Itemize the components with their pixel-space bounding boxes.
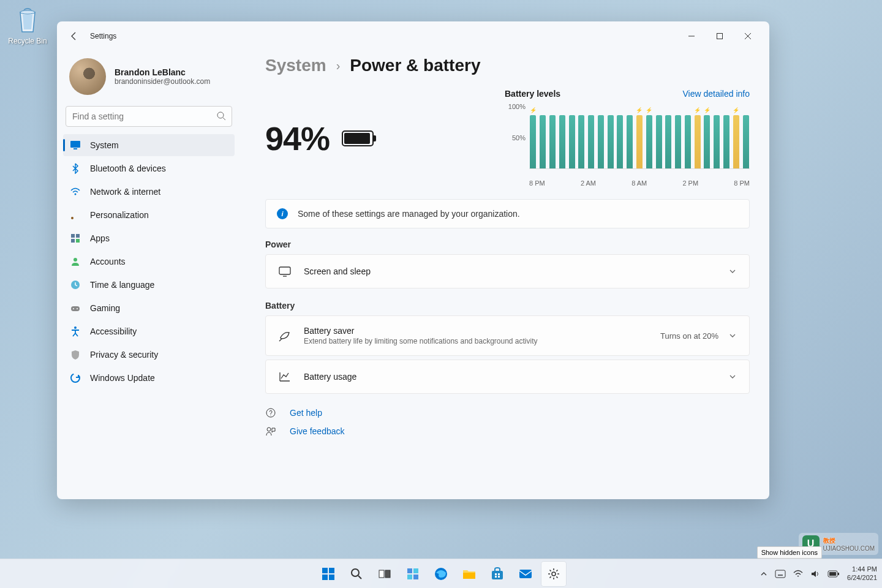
settings-button[interactable] <box>541 562 566 586</box>
widgets-button[interactable] <box>401 562 425 586</box>
maximize-button[interactable] <box>706 26 734 46</box>
feedback-icon <box>265 426 277 437</box>
svg-rect-15 <box>71 306 80 311</box>
shield-icon <box>69 349 81 361</box>
mail-button[interactable] <box>513 562 538 586</box>
chart-bar: ⚡ <box>703 108 711 168</box>
svg-rect-38 <box>463 573 475 579</box>
chart-bar <box>684 108 692 168</box>
tray-wifi-icon[interactable] <box>793 570 803 578</box>
svg-rect-32 <box>385 570 390 578</box>
battery-icon <box>342 130 374 146</box>
keyboard-icon[interactable] <box>775 570 786 578</box>
chart-bar <box>539 108 547 168</box>
svg-point-24 <box>267 428 271 431</box>
svg-rect-36 <box>413 575 418 579</box>
tray-battery-icon[interactable] <box>827 570 840 578</box>
get-help-link[interactable]: ? Get help <box>265 407 750 418</box>
tray-tooltip: Show hidden icons <box>757 546 822 559</box>
give-feedback-link[interactable]: Give feedback <box>265 426 750 437</box>
chevron-down-icon <box>728 267 737 276</box>
chart-bar: ⚡ <box>732 108 740 168</box>
chart-bars: ⚡⚡⚡⚡⚡⚡ <box>529 105 750 169</box>
chart-bar <box>674 108 682 168</box>
battery-usage-card[interactable]: Battery usage <box>265 360 750 394</box>
svg-rect-46 <box>775 570 785 578</box>
chart-bar <box>723 108 731 168</box>
svg-point-18 <box>74 326 77 329</box>
wifi-icon <box>69 186 81 198</box>
battery-saver-card[interactable]: Battery saver Extend battery life by lim… <box>265 315 750 356</box>
chart-bar <box>606 108 614 168</box>
svg-line-4 <box>223 118 225 120</box>
bluetooth-icon <box>69 162 81 175</box>
back-button[interactable] <box>64 26 84 46</box>
tray-clock[interactable]: 1:44 PM6/24/2021 <box>847 565 877 581</box>
svg-point-17 <box>77 308 78 309</box>
screen-icon <box>278 265 292 278</box>
chart-bar <box>578 108 586 168</box>
search-input[interactable] <box>66 106 232 127</box>
recycle-bin[interactable]: Recycle Bin <box>6 6 49 45</box>
close-button[interactable] <box>734 26 762 46</box>
accessibility-icon <box>69 325 81 337</box>
sidebar-item-bluetooth-devices[interactable]: Bluetooth & devices <box>63 157 235 179</box>
svg-rect-9 <box>71 234 75 238</box>
battery-section-label: Battery <box>265 301 750 311</box>
screen-and-sleep-card[interactable]: Screen and sleep <box>265 254 750 288</box>
sidebar-item-label: Accessibility <box>90 326 137 336</box>
svg-point-8 <box>71 217 74 219</box>
svg-rect-2 <box>717 34 723 39</box>
sidebar-item-accounts[interactable]: Accounts <box>63 251 235 273</box>
svg-rect-28 <box>329 575 334 580</box>
chart-x-axis: 8 PM2 AM8 AM2 PM8 PM <box>529 179 750 187</box>
profile-block[interactable]: Brandon LeBlanc brandoninsider@outlook.c… <box>63 51 235 106</box>
store-button[interactable] <box>485 562 510 586</box>
sidebar-item-network-internet[interactable]: Network & internet <box>63 181 235 203</box>
sidebar-item-windows-update[interactable]: Windows Update <box>63 367 235 389</box>
tray-expand-icon[interactable] <box>760 570 767 578</box>
page-title: Power & battery <box>350 56 480 75</box>
chart-bar: ⚡ <box>529 108 537 168</box>
sidebar-item-privacy-security[interactable]: Privacy & security <box>63 344 235 366</box>
card-subtitle: Extend battery life by limiting some not… <box>304 337 660 345</box>
minimize-button[interactable] <box>677 26 706 46</box>
task-view-button[interactable] <box>372 562 397 586</box>
chart-bar <box>549 108 557 168</box>
svg-point-7 <box>75 194 77 195</box>
card-title: Battery usage <box>304 372 728 382</box>
view-detailed-link[interactable]: View detailed info <box>683 89 750 99</box>
sidebar-item-accessibility[interactable]: Accessibility <box>63 320 235 342</box>
titlebar: Settings <box>57 21 769 51</box>
content-area: System › Power & battery 94% Battery lev… <box>241 51 769 499</box>
sidebar-item-time-language[interactable]: Time & language <box>63 274 235 296</box>
svg-rect-42 <box>495 576 497 578</box>
chart-y-axis: 100% 50% <box>505 105 529 177</box>
edge-button[interactable] <box>429 562 453 586</box>
profile-name: Brandon LeBlanc <box>115 67 210 77</box>
breadcrumb-category[interactable]: System <box>265 56 326 75</box>
battery-percent-block: 94% <box>265 89 374 157</box>
chart-title: Battery levels <box>505 89 560 99</box>
chart-bar: ⚡ <box>636 108 644 168</box>
svg-rect-44 <box>519 570 532 578</box>
clock-icon <box>69 279 81 291</box>
sidebar-item-apps[interactable]: Apps <box>63 227 235 249</box>
sidebar-item-gaming[interactable]: Gaming <box>63 297 235 319</box>
battery-chart: Battery levels View detailed info 100% 5… <box>505 89 750 187</box>
svg-point-16 <box>73 308 74 309</box>
sidebar-item-label: Windows Update <box>90 373 155 383</box>
sidebar-item-label: System <box>90 140 119 150</box>
start-button[interactable] <box>316 562 341 586</box>
sidebar-item-system[interactable]: System <box>63 134 235 156</box>
search-button[interactable] <box>344 562 369 586</box>
tray-volume-icon[interactable] <box>810 570 820 578</box>
svg-rect-35 <box>407 575 412 579</box>
sidebar-item-personalization[interactable]: Personalization <box>63 204 235 226</box>
explorer-button[interactable] <box>457 562 481 586</box>
profile-email: brandoninsider@outlook.com <box>115 77 210 86</box>
info-icon: i <box>277 208 288 219</box>
sidebar-item-label: Gaming <box>90 303 120 313</box>
svg-rect-12 <box>76 239 80 243</box>
chevron-down-icon <box>728 372 737 381</box>
